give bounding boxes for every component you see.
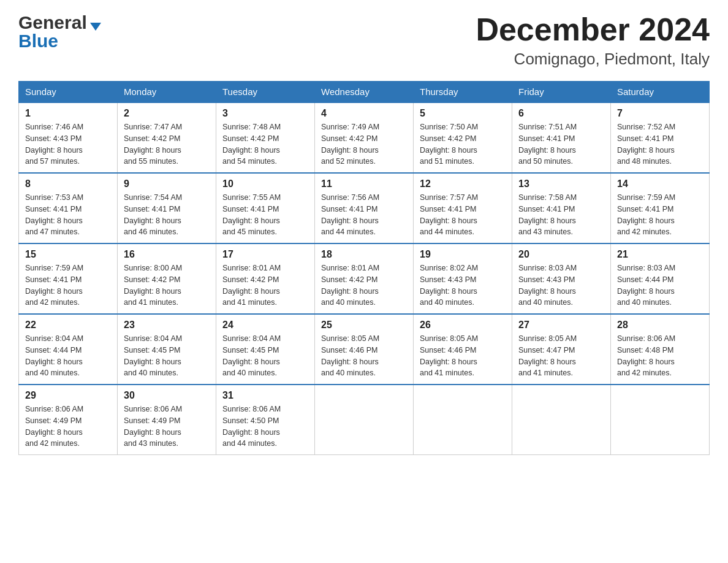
calendar-cell: 2Sunrise: 7:47 AMSunset: 4:42 PMDaylight… [118, 102, 216, 173]
calendar-cell: 11Sunrise: 7:56 AMSunset: 4:41 PMDayligh… [315, 173, 414, 243]
calendar-cell: 20Sunrise: 8:03 AMSunset: 4:43 PMDayligh… [512, 243, 611, 314]
calendar-cell: 19Sunrise: 8:02 AMSunset: 4:43 PMDayligh… [414, 243, 512, 314]
day-number: 25 [321, 320, 407, 331]
week-row-5: 29Sunrise: 8:06 AMSunset: 4:49 PMDayligh… [19, 385, 710, 455]
day-number: 30 [124, 390, 210, 401]
day-number: 8 [25, 178, 111, 190]
day-info: Sunrise: 7:54 AMSunset: 4:41 PMDaylight:… [124, 192, 210, 238]
day-number: 16 [124, 249, 210, 260]
day-number: 9 [124, 178, 210, 190]
day-info: Sunrise: 8:03 AMSunset: 4:44 PMDaylight:… [617, 262, 703, 308]
calendar-cell [414, 385, 512, 455]
logo-blue-text: Blue [18, 31, 58, 52]
calendar-cell: 24Sunrise: 8:04 AMSunset: 4:45 PMDayligh… [216, 314, 315, 385]
calendar-header-row: SundayMondayTuesdayWednesdayThursdayFrid… [19, 82, 710, 103]
day-number: 23 [124, 320, 210, 331]
day-info: Sunrise: 7:50 AMSunset: 4:42 PMDaylight:… [420, 121, 506, 167]
day-info: Sunrise: 8:00 AMSunset: 4:42 PMDaylight:… [124, 262, 210, 308]
day-info: Sunrise: 8:05 AMSunset: 4:46 PMDaylight:… [420, 333, 506, 379]
calendar-cell [611, 385, 710, 455]
calendar-cell: 10Sunrise: 7:55 AMSunset: 4:41 PMDayligh… [216, 173, 315, 243]
day-info: Sunrise: 7:55 AMSunset: 4:41 PMDaylight:… [222, 192, 308, 238]
location-title: Comignago, Piedmont, Italy [476, 50, 710, 69]
calendar-cell: 18Sunrise: 8:01 AMSunset: 4:42 PMDayligh… [315, 243, 414, 314]
column-header-sunday: Sunday [19, 82, 118, 103]
calendar-cell: 12Sunrise: 7:57 AMSunset: 4:41 PMDayligh… [414, 173, 512, 243]
column-header-thursday: Thursday [414, 82, 512, 103]
day-info: Sunrise: 8:04 AMSunset: 4:45 PMDaylight:… [222, 333, 308, 379]
calendar-cell: 27Sunrise: 8:05 AMSunset: 4:47 PMDayligh… [512, 314, 611, 385]
day-info: Sunrise: 8:06 AMSunset: 4:48 PMDaylight:… [617, 333, 703, 379]
day-number: 24 [222, 320, 308, 331]
day-number: 4 [321, 108, 407, 119]
calendar-cell: 14Sunrise: 7:59 AMSunset: 4:41 PMDayligh… [611, 173, 710, 243]
day-number: 29 [25, 390, 111, 401]
day-info: Sunrise: 7:59 AMSunset: 4:41 PMDaylight:… [617, 192, 703, 238]
day-number: 12 [420, 178, 506, 190]
title-section: December 2024 Comignago, Piedmont, Italy [476, 12, 710, 69]
day-info: Sunrise: 8:05 AMSunset: 4:46 PMDaylight:… [321, 333, 407, 379]
day-info: Sunrise: 8:06 AMSunset: 4:50 PMDaylight:… [222, 404, 308, 450]
calendar-cell [315, 385, 414, 455]
calendar-cell: 6Sunrise: 7:51 AMSunset: 4:41 PMDaylight… [512, 102, 611, 173]
day-info: Sunrise: 8:02 AMSunset: 4:43 PMDaylight:… [420, 262, 506, 308]
day-number: 26 [420, 320, 506, 331]
calendar-cell: 13Sunrise: 7:58 AMSunset: 4:41 PMDayligh… [512, 173, 611, 243]
day-number: 22 [25, 320, 111, 331]
calendar-cell: 8Sunrise: 7:53 AMSunset: 4:41 PMDaylight… [19, 173, 118, 243]
calendar-cell: 30Sunrise: 8:06 AMSunset: 4:49 PMDayligh… [118, 385, 216, 455]
day-number: 1 [25, 108, 111, 119]
day-number: 18 [321, 249, 407, 260]
calendar-cell: 1Sunrise: 7:46 AMSunset: 4:43 PMDaylight… [19, 102, 118, 173]
day-number: 15 [25, 249, 111, 260]
day-number: 19 [420, 249, 506, 260]
calendar-cell: 31Sunrise: 8:06 AMSunset: 4:50 PMDayligh… [216, 385, 315, 455]
day-info: Sunrise: 8:01 AMSunset: 4:42 PMDaylight:… [321, 262, 407, 308]
column-header-friday: Friday [512, 82, 611, 103]
day-info: Sunrise: 7:49 AMSunset: 4:42 PMDaylight:… [321, 121, 407, 167]
day-info: Sunrise: 8:05 AMSunset: 4:47 PMDaylight:… [518, 333, 604, 379]
calendar-cell: 17Sunrise: 8:01 AMSunset: 4:42 PMDayligh… [216, 243, 315, 314]
day-number: 21 [617, 249, 703, 260]
calendar-cell: 28Sunrise: 8:06 AMSunset: 4:48 PMDayligh… [611, 314, 710, 385]
day-info: Sunrise: 8:01 AMSunset: 4:42 PMDaylight:… [222, 262, 308, 308]
calendar-cell: 21Sunrise: 8:03 AMSunset: 4:44 PMDayligh… [611, 243, 710, 314]
calendar-cell: 3Sunrise: 7:48 AMSunset: 4:42 PMDaylight… [216, 102, 315, 173]
day-number: 13 [518, 178, 604, 190]
day-number: 10 [222, 178, 308, 190]
day-number: 6 [518, 108, 604, 119]
day-number: 5 [420, 108, 506, 119]
day-info: Sunrise: 7:52 AMSunset: 4:41 PMDaylight:… [617, 121, 703, 167]
column-header-tuesday: Tuesday [216, 82, 315, 103]
day-number: 2 [124, 108, 210, 119]
week-row-4: 22Sunrise: 8:04 AMSunset: 4:44 PMDayligh… [19, 314, 710, 385]
day-info: Sunrise: 7:58 AMSunset: 4:41 PMDaylight:… [518, 192, 604, 238]
calendar-cell: 15Sunrise: 7:59 AMSunset: 4:41 PMDayligh… [19, 243, 118, 314]
day-number: 14 [617, 178, 703, 190]
day-info: Sunrise: 7:56 AMSunset: 4:41 PMDaylight:… [321, 192, 407, 238]
logo-general-text: General [18, 12, 87, 33]
calendar-cell: 7Sunrise: 7:52 AMSunset: 4:41 PMDaylight… [611, 102, 710, 173]
calendar-cell: 16Sunrise: 8:00 AMSunset: 4:42 PMDayligh… [118, 243, 216, 314]
calendar-cell: 29Sunrise: 8:06 AMSunset: 4:49 PMDayligh… [19, 385, 118, 455]
day-info: Sunrise: 8:06 AMSunset: 4:49 PMDaylight:… [25, 404, 111, 450]
logo: General Blue [18, 12, 101, 52]
day-number: 7 [617, 108, 703, 119]
day-info: Sunrise: 8:06 AMSunset: 4:49 PMDaylight:… [124, 404, 210, 450]
day-number: 31 [222, 390, 308, 401]
day-info: Sunrise: 7:48 AMSunset: 4:42 PMDaylight:… [222, 121, 308, 167]
calendar-cell: 23Sunrise: 8:04 AMSunset: 4:45 PMDayligh… [118, 314, 216, 385]
day-number: 28 [617, 320, 703, 331]
calendar-cell [512, 385, 611, 455]
calendar-cell: 22Sunrise: 8:04 AMSunset: 4:44 PMDayligh… [19, 314, 118, 385]
day-number: 27 [518, 320, 604, 331]
calendar-cell: 9Sunrise: 7:54 AMSunset: 4:41 PMDaylight… [118, 173, 216, 243]
day-info: Sunrise: 7:51 AMSunset: 4:41 PMDaylight:… [518, 121, 604, 167]
day-number: 17 [222, 249, 308, 260]
day-number: 11 [321, 178, 407, 190]
day-info: Sunrise: 7:53 AMSunset: 4:41 PMDaylight:… [25, 192, 111, 238]
calendar-cell: 5Sunrise: 7:50 AMSunset: 4:42 PMDaylight… [414, 102, 512, 173]
day-info: Sunrise: 7:46 AMSunset: 4:43 PMDaylight:… [25, 121, 111, 167]
week-row-3: 15Sunrise: 7:59 AMSunset: 4:41 PMDayligh… [19, 243, 710, 314]
week-row-2: 8Sunrise: 7:53 AMSunset: 4:41 PMDaylight… [19, 173, 710, 243]
